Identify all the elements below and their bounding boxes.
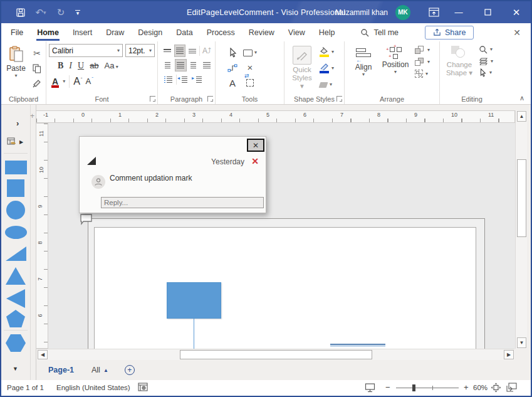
effects-button[interactable]: ▾ [320, 78, 334, 92]
zoom-slider-thumb[interactable] [412, 384, 415, 391]
tab-process[interactable]: Process [200, 23, 242, 41]
font-size-select[interactable]: 12pt.▾ [125, 44, 155, 57]
master-left-arrow-triangle[interactable] [6, 289, 25, 308]
tab-draw[interactable]: Draw [99, 23, 131, 41]
font-dialog-launcher-icon[interactable] [150, 96, 155, 102]
customize-qat-icon[interactable]: ▾ [75, 10, 80, 15]
tab-view[interactable]: View [281, 23, 312, 41]
stencil-window-icon[interactable]: ▶ [7, 137, 23, 147]
master-square[interactable] [7, 179, 24, 197]
undo-icon[interactable]: ↶▾ [35, 7, 46, 18]
increase-indent-button[interactable]: ▸ [192, 73, 206, 86]
font-color-chevron-icon[interactable]: ▾ [63, 80, 65, 83]
save-icon[interactable] [15, 7, 26, 18]
user-name[interactable]: Muzammil khan [335, 8, 388, 17]
delete-comment-icon[interactable]: ✕ [251, 156, 259, 166]
zoom-in-button[interactable]: + [464, 383, 469, 392]
text-tool-button[interactable]: A [229, 78, 236, 88]
horizontal-scrollbar[interactable]: ◀ ▶ [37, 349, 514, 360]
master-triangle[interactable] [6, 267, 26, 285]
align-top-button[interactable] [162, 45, 173, 57]
tell-me-search[interactable]: Tell me [360, 28, 399, 37]
all-pages-tab[interactable]: All ▲ [91, 366, 108, 374]
position-button[interactable]: +++ Position ▾ [380, 44, 411, 92]
share-button[interactable]: Share [425, 26, 474, 40]
expand-shapes-panel-icon[interactable]: › [16, 119, 19, 128]
stencil-scroll-down-icon[interactable]: ▼ [13, 366, 18, 372]
align-middle-button[interactable] [174, 45, 185, 57]
shape-styles-dialog-launcher-icon[interactable] [336, 96, 342, 102]
master-ellipse[interactable] [5, 226, 27, 239]
redo-icon[interactable]: ↻ [55, 7, 66, 18]
layers-button[interactable]: ▾ [479, 57, 493, 65]
tab-help[interactable]: Help [312, 23, 342, 41]
ribbon-display-options-icon[interactable] [423, 1, 444, 23]
scroll-up-icon[interactable]: ▲ [517, 111, 526, 122]
comment-reply-input[interactable] [101, 197, 264, 208]
pointer-tool-icon[interactable] [228, 48, 237, 58]
justify-button[interactable] [201, 59, 212, 71]
align-center-button[interactable] [175, 59, 187, 71]
change-case-button[interactable]: Aa ▾ [105, 61, 118, 70]
switch-windows-icon[interactable] [506, 383, 517, 392]
connector-tool-icon[interactable] [227, 63, 237, 72]
language-indicator[interactable]: English (United States) [56, 384, 130, 391]
rectangle-tool-button[interactable]: ▾ [243, 50, 257, 56]
page-comment-indicator-icon[interactable] [80, 213, 93, 226]
strikethrough-button[interactable]: ab [90, 61, 98, 70]
vertical-scrollbar[interactable]: ▲ ▼ [515, 110, 527, 349]
canvas-connector-line[interactable] [194, 319, 194, 349]
scroll-left-icon[interactable]: ◀ [38, 350, 48, 359]
paste-button[interactable]: Paste ▾ [4, 44, 28, 92]
master-circle[interactable] [6, 201, 25, 220]
change-shape-button[interactable]: ChangeShape ▾ [445, 44, 474, 92]
align-left-button[interactable] [162, 59, 174, 71]
text-direction-button[interactable]: A⤴ [201, 45, 212, 57]
maximize-button[interactable] [473, 1, 502, 23]
page-tab-page1[interactable]: Page-1 [48, 366, 74, 374]
horizontal-scroll-thumb[interactable] [180, 350, 372, 359]
bullets-button[interactable] [162, 73, 175, 86]
avatar[interactable]: MK [395, 5, 410, 20]
align-bottom-button[interactable] [187, 45, 198, 57]
comment-popup-close-button[interactable]: ✕ [247, 139, 264, 152]
close-document-icon[interactable]: ✕ [513, 28, 521, 38]
minimize-button[interactable]: — [444, 1, 473, 23]
page-indicator[interactable]: Page 1 of 1 [7, 384, 44, 391]
master-pentagon[interactable] [6, 310, 25, 327]
vertical-ruler[interactable]: 11 10 9 8 7 6 [36, 123, 48, 349]
canvas-partial-shape[interactable] [330, 344, 385, 347]
tab-home[interactable]: Home [30, 23, 66, 41]
close-button[interactable]: ✕ [502, 1, 531, 23]
find-button[interactable]: ▾ [479, 45, 493, 54]
tab-design[interactable]: Design [131, 23, 169, 41]
master-rectangle[interactable] [5, 161, 27, 174]
cut-icon[interactable]: ✂ [31, 48, 43, 59]
master-right-triangle[interactable] [6, 246, 26, 261]
scroll-right-icon[interactable]: ▶ [504, 350, 514, 359]
italic-button[interactable]: I [69, 61, 72, 71]
connection-point-tool-icon[interactable]: × [248, 65, 253, 71]
send-backward-button[interactable]: ▾ [415, 58, 430, 66]
crop-rotate-tool-icon[interactable] [246, 79, 254, 87]
master-hexagon[interactable] [6, 334, 26, 352]
select-button[interactable]: ▾ [479, 68, 493, 77]
group-button[interactable]: ▾ [415, 70, 430, 78]
tab-file[interactable]: File [4, 23, 30, 41]
quick-styles-button[interactable]: QuickStyles ▾ [289, 44, 315, 92]
vertical-scroll-thumb[interactable] [517, 159, 526, 237]
tab-data[interactable]: Data [169, 23, 199, 41]
decrease-indent-button[interactable]: ◂ [178, 73, 191, 86]
tab-review[interactable]: Review [242, 23, 281, 41]
drawing-page[interactable] [94, 227, 476, 349]
font-name-select[interactable]: Calibri▾ [49, 44, 123, 57]
line-color-button[interactable]: ▾ [320, 61, 334, 75]
zoom-level[interactable]: 60% [473, 384, 488, 391]
macro-record-icon[interactable] [138, 383, 148, 391]
canvas-rectangle-shape[interactable] [167, 282, 221, 319]
font-color-button[interactable]: A [51, 77, 59, 87]
format-painter-icon[interactable] [31, 78, 43, 89]
align-button[interactable]: ← Align ▾ [351, 44, 376, 92]
align-right-button[interactable] [188, 59, 200, 71]
presentation-mode-icon[interactable] [365, 383, 375, 393]
